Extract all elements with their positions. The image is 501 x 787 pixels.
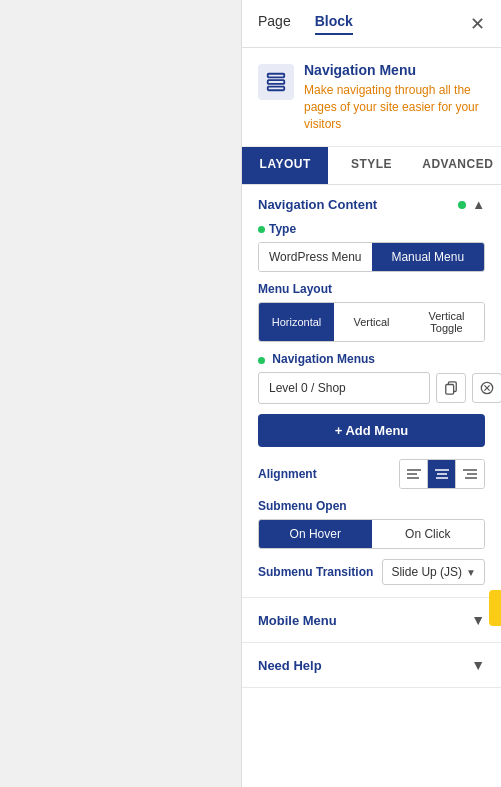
copy-menu-btn[interactable] (436, 373, 466, 403)
transition-chevron-icon: ▼ (466, 567, 476, 578)
navigation-menu-icon (258, 64, 294, 100)
block-title: Navigation Menu (304, 62, 485, 78)
tab-page[interactable]: Page (258, 13, 291, 35)
block-description: Make navigating through all the pages of… (304, 82, 485, 132)
need-help-chevron-icon: ▼ (471, 657, 485, 673)
submenu-transition-select[interactable]: Slide Up (JS) ▼ (382, 559, 485, 585)
submenu-transition-label: Submenu Transition (258, 565, 373, 579)
need-help-title: Need Help (258, 658, 322, 673)
type-dot (258, 226, 265, 233)
menu-layout-label: Menu Layout (258, 282, 485, 296)
nav-menus-label: Navigation Menus (258, 352, 485, 366)
navigation-content-header[interactable]: Navigation Content ▲ (258, 197, 485, 212)
tab-style[interactable]: STYLE (328, 147, 414, 184)
wordpress-menu-btn[interactable]: WordPress Menu (259, 243, 372, 271)
need-help-section[interactable]: Need Help ▼ (242, 643, 501, 688)
alignment-label: Alignment (258, 467, 317, 481)
type-button-group: WordPress Menu Manual Menu (258, 242, 485, 272)
align-right-btn[interactable] (456, 460, 484, 488)
submenu-open-label: Submenu Open (258, 499, 485, 513)
alignment-buttons (399, 459, 485, 489)
align-left-btn[interactable] (400, 460, 428, 488)
transition-value: Slide Up (JS) (391, 565, 462, 579)
menu-layout-group: Horizontal Vertical Vertical Toggle (258, 302, 485, 342)
manual-menu-btn[interactable]: Manual Menu (372, 243, 485, 271)
align-center-btn[interactable] (428, 460, 456, 488)
svg-rect-0 (268, 74, 285, 78)
tab-block[interactable]: Block (315, 13, 353, 35)
mobile-menu-chevron-icon: ▼ (471, 612, 485, 628)
tab-layout[interactable]: LAYOUT (242, 147, 328, 184)
horizontal-btn[interactable]: Horizontal (259, 303, 334, 341)
add-menu-button[interactable]: + Add Menu (258, 414, 485, 447)
submenu-open-group: On Hover On Click (258, 519, 485, 549)
vertical-btn[interactable]: Vertical (334, 303, 409, 341)
navigation-content-title: Navigation Content (258, 197, 377, 212)
on-hover-btn[interactable]: On Hover (259, 520, 372, 548)
svg-rect-4 (446, 385, 454, 395)
on-click-btn[interactable]: On Click (372, 520, 485, 548)
nav-menu-input[interactable] (258, 372, 430, 404)
delete-menu-btn[interactable] (472, 373, 501, 403)
hint-indicator (489, 590, 501, 626)
nav-menus-label-text: Navigation Menus (272, 352, 375, 366)
type-label: Type (269, 222, 296, 236)
svg-rect-2 (268, 87, 285, 91)
tab-advanced[interactable]: ADVANCED (415, 147, 501, 184)
status-dot (458, 201, 466, 209)
mobile-menu-section[interactable]: Mobile Menu ▼ (242, 598, 501, 643)
nav-menu-row (258, 372, 485, 404)
mobile-menu-title: Mobile Menu (258, 613, 337, 628)
nav-menus-dot (258, 357, 265, 364)
collapse-icon: ▲ (472, 197, 485, 212)
vertical-toggle-btn[interactable]: Vertical Toggle (409, 303, 484, 341)
close-button[interactable]: ✕ (470, 15, 485, 33)
svg-rect-1 (268, 80, 285, 84)
